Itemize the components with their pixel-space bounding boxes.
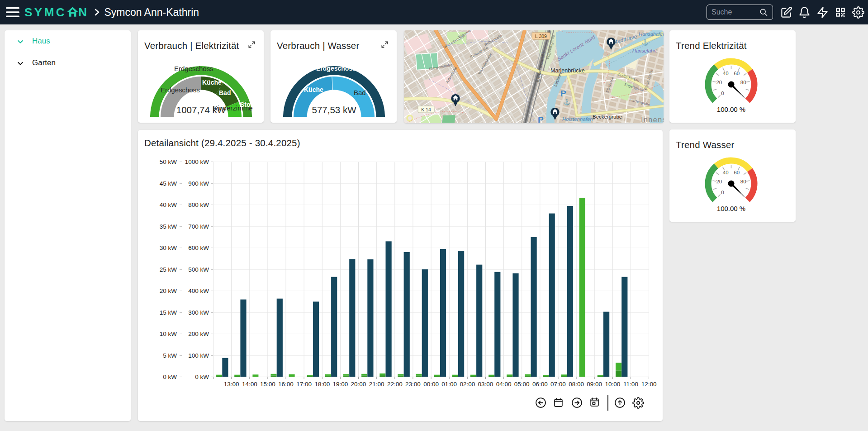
svg-text:20: 20 <box>716 179 722 184</box>
svg-text:16:00: 16:00 <box>278 381 294 388</box>
svg-text:06:00: 06:00 <box>532 381 548 388</box>
svg-text:20: 20 <box>716 80 722 85</box>
svg-text:200 kW: 200 kW <box>188 330 209 337</box>
svg-text:Beckergrube: Beckergrube <box>593 114 622 120</box>
svg-text:5 kW: 5 kW <box>163 352 177 359</box>
svg-text:50 kW: 50 kW <box>160 158 177 165</box>
svg-text:40 kW: 40 kW <box>160 201 177 208</box>
svg-text:22:00: 22:00 <box>387 381 403 388</box>
svg-text:P: P <box>538 115 544 123</box>
svg-text:21:00: 21:00 <box>369 381 384 388</box>
svg-text:15 kW: 15 kW <box>160 309 177 316</box>
svg-text:0: 0 <box>721 190 724 195</box>
svg-text:80: 80 <box>740 179 746 184</box>
svg-text:400 kW: 400 kW <box>188 287 209 294</box>
svg-text:700 kW: 700 kW <box>188 223 209 230</box>
svg-text:0 kW: 0 kW <box>195 374 209 380</box>
svg-text:35 kW: 35 kW <box>160 223 177 230</box>
svg-text:10:00: 10:00 <box>605 381 621 388</box>
svg-text:10 kW: 10 kW <box>160 330 177 337</box>
svg-text:04:00: 04:00 <box>496 381 512 388</box>
svg-text:40: 40 <box>723 71 729 76</box>
svg-text:19:00: 19:00 <box>333 381 348 388</box>
svg-text:09:00: 09:00 <box>587 381 602 388</box>
svg-text:60: 60 <box>734 71 740 76</box>
svg-text:20 kW: 20 kW <box>160 287 177 294</box>
svg-text:14:00: 14:00 <box>242 381 257 388</box>
svg-text:13:00: 13:00 <box>224 381 239 388</box>
svg-text:Marienbrücke: Marienbrücke <box>550 67 585 74</box>
svg-text:P: P <box>560 89 566 98</box>
svg-text:01:00: 01:00 <box>441 381 457 388</box>
svg-text:11:00: 11:00 <box>623 381 638 388</box>
svg-text:08:00: 08:00 <box>569 381 584 388</box>
svg-text:800 kW: 800 kW <box>188 201 209 208</box>
svg-text:600 kW: 600 kW <box>188 244 209 251</box>
svg-text:45 kW: 45 kW <box>160 180 177 187</box>
svg-text:1000 kW: 1000 kW <box>185 158 209 165</box>
svg-text:40: 40 <box>723 170 729 175</box>
svg-text:K 14: K 14 <box>421 107 431 112</box>
svg-text:25 kW: 25 kW <box>160 266 177 273</box>
svg-text:500 kW: 500 kW <box>188 266 209 273</box>
svg-text:0: 0 <box>721 91 724 96</box>
svg-text:07:00: 07:00 <box>550 381 566 388</box>
svg-text:03:00: 03:00 <box>478 381 493 388</box>
svg-text:Hansahafen: Hansahafen <box>639 31 664 37</box>
svg-text:30 kW: 30 kW <box>160 244 177 251</box>
svg-text:⚓: ⚓ <box>641 38 649 46</box>
svg-text:15:00: 15:00 <box>260 381 275 388</box>
svg-text:20:00: 20:00 <box>351 381 366 388</box>
svg-text:Holstenhafen: Holstenhafen <box>562 116 593 122</box>
svg-text:05:00: 05:00 <box>514 381 530 388</box>
svg-text:23:00: 23:00 <box>405 381 421 388</box>
svg-text:Innenstadt: Innenstadt <box>641 116 664 123</box>
svg-text:300 kW: 300 kW <box>188 309 209 316</box>
svg-text:900 kW: 900 kW <box>188 180 209 187</box>
svg-text:00:00: 00:00 <box>423 381 439 388</box>
svg-text:L 309: L 309 <box>535 34 547 39</box>
svg-text:Hansefahrt: Hansefahrt <box>632 48 657 53</box>
svg-text:⚓: ⚓ <box>563 98 571 106</box>
svg-text:02:00: 02:00 <box>460 381 475 388</box>
svg-text:80: 80 <box>740 80 746 85</box>
svg-text:17:00: 17:00 <box>296 381 312 388</box>
svg-text:100 kW: 100 kW <box>188 352 209 359</box>
svg-text:12:00: 12:00 <box>641 381 657 388</box>
svg-text:18:00: 18:00 <box>314 381 330 388</box>
svg-text:60: 60 <box>734 170 740 175</box>
svg-text:0 kW: 0 kW <box>163 374 177 380</box>
